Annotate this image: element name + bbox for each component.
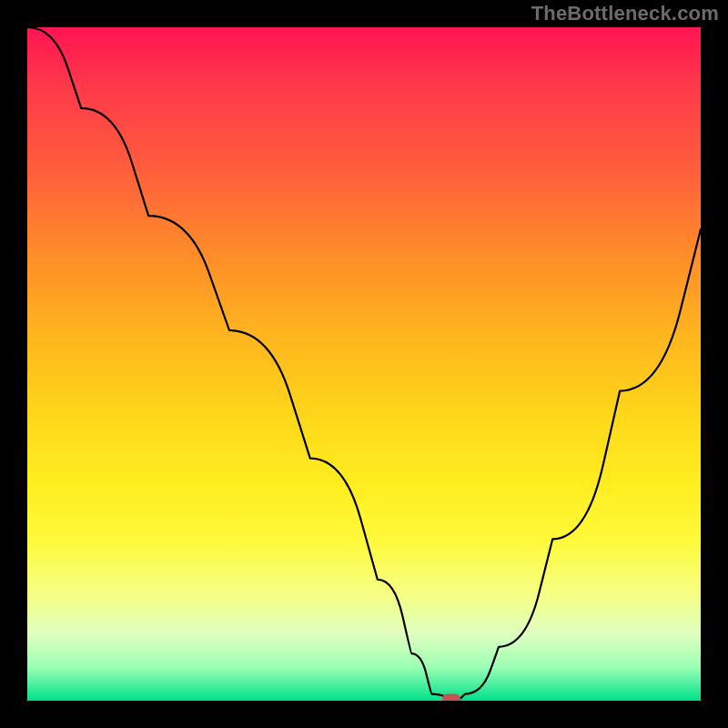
optimal-point-marker bbox=[442, 694, 460, 702]
plot-area bbox=[27, 27, 701, 701]
bottleneck-curve bbox=[27, 27, 701, 701]
watermark-text: TheBottleneck.com bbox=[531, 2, 719, 25]
chart-frame: TheBottleneck.com bbox=[0, 0, 728, 728]
curve-path bbox=[27, 27, 701, 701]
